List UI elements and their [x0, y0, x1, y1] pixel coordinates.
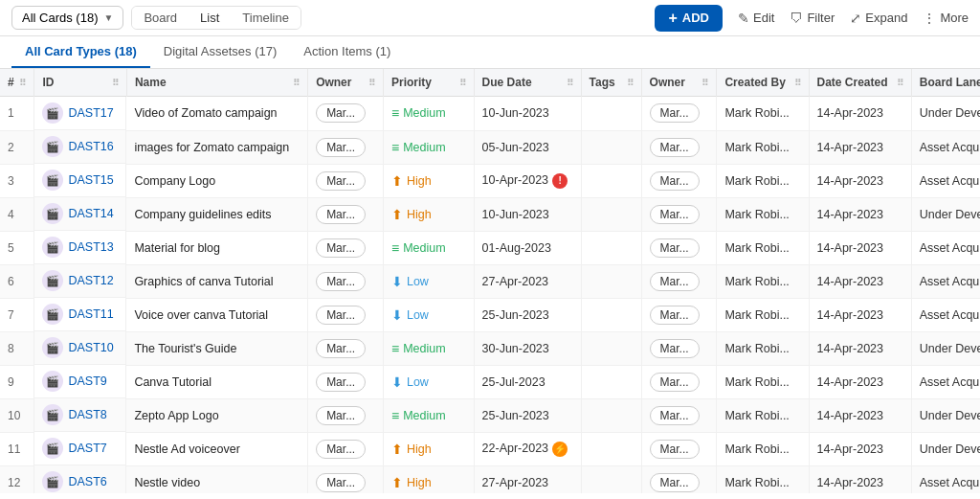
cell-priority: ⬇ Low: [383, 264, 474, 298]
owner1-button[interactable]: Mar...: [316, 373, 366, 392]
cell-board-lane: Under Develo...: [911, 432, 980, 465]
subtab-action-items[interactable]: Action Items (1): [290, 36, 404, 68]
owner1-button[interactable]: Mar...: [316, 272, 366, 291]
cell-num: 6: [0, 264, 34, 298]
cell-tags: [581, 164, 641, 197]
cell-board-lane: Under Develo...: [911, 398, 980, 432]
owner1-button[interactable]: Mar...: [316, 440, 366, 459]
top-bar-right: + ADD ✎ Edit ⛉ Filter ⤢ Expand ⋮ More: [655, 5, 969, 32]
cell-id: DAST13: [68, 240, 113, 254]
all-cards-dropdown[interactable]: All Cards (18) ▼: [11, 6, 123, 30]
cell-priority: ≡ Medium: [383, 130, 474, 164]
cell-tags: [581, 365, 641, 398]
cell-name: Voice over canva Tutorial: [126, 298, 307, 331]
cell-duedate: 30-Jun-2023: [474, 331, 581, 365]
cell-date-created: 14-Apr-2023: [809, 398, 911, 432]
tab-board[interactable]: Board: [132, 7, 189, 29]
owner1-button[interactable]: Mar...: [316, 339, 366, 358]
priority-high-icon: ⬆: [391, 173, 403, 189]
owner2-button[interactable]: Mar...: [650, 406, 700, 425]
priority-label: Low: [407, 275, 429, 288]
cell-tags: [581, 264, 641, 298]
cell-board-lane: Asset Acquisiti...: [911, 231, 980, 264]
card-type-icon: 🎬: [42, 438, 63, 459]
priority-medium-icon: ≡: [391, 105, 399, 121]
cell-num: 9: [0, 365, 34, 398]
owner2-button[interactable]: Mar...: [650, 205, 700, 224]
owner1-button[interactable]: Mar...: [316, 171, 366, 191]
edit-icon: ✎: [738, 11, 749, 26]
cell-icon-id: 🎬 DAST7: [34, 432, 126, 465]
more-button[interactable]: ⋮ More: [923, 11, 969, 26]
tab-timeline[interactable]: Timeline: [231, 7, 301, 29]
table-row: 2 🎬 DAST16 images for Zomato campaign Ma…: [0, 130, 980, 164]
cell-name: Zepto App Logo: [126, 398, 307, 432]
owner1-button[interactable]: Mar...: [316, 473, 366, 492]
owner2-button[interactable]: Mar...: [650, 473, 700, 492]
tab-list[interactable]: List: [189, 7, 231, 29]
expand-button[interactable]: ⤢ Expand: [850, 11, 907, 26]
cell-owner2: Mar...: [641, 197, 717, 231]
owner2-button[interactable]: Mar...: [650, 373, 700, 392]
owner1-button[interactable]: Mar...: [316, 205, 366, 224]
table-row: 9 🎬 DAST9 Canva Tutorial Mar... ⬇ Low 25…: [0, 365, 980, 398]
priority-label: Low: [407, 308, 429, 322]
priority-label: Medium: [403, 141, 445, 154]
priority-high-icon: ⬆: [391, 475, 403, 490]
owner1-button[interactable]: Mar...: [316, 103, 366, 123]
cell-id: DAST6: [68, 475, 106, 488]
cell-board-lane: Asset Acquisiti...: [911, 298, 980, 331]
cell-num: 10: [0, 398, 34, 432]
cell-date-created: 14-Apr-2023: [809, 264, 911, 298]
owner2-button[interactable]: Mar...: [650, 440, 700, 459]
table-container: #⠿ ID⠿ Name⠿ Owner⠿ Priority⠿ Due Date⠿ …: [0, 69, 980, 493]
priority-label: High: [407, 476, 432, 489]
col-owner2: Owner⠿: [641, 69, 717, 97]
cell-id: DAST12: [68, 274, 113, 287]
owner2-button[interactable]: Mar...: [650, 306, 700, 325]
cell-owner2: Mar...: [641, 264, 717, 298]
cell-date-created: 14-Apr-2023: [809, 231, 911, 264]
table-row: 3 🎬 DAST15 Company Logo Mar... ⬆ High 10…: [0, 164, 980, 197]
owner2-button[interactable]: Mar...: [650, 138, 700, 157]
priority-high-icon: ⬆: [391, 207, 403, 222]
owner1-button[interactable]: Mar...: [316, 138, 366, 157]
owner2-button[interactable]: Mar...: [650, 339, 700, 358]
cell-icon-id: 🎬 DAST12: [34, 264, 126, 298]
add-button[interactable]: + ADD: [655, 5, 723, 32]
cell-tags: [581, 298, 641, 331]
cell-date-created: 14-Apr-2023: [809, 365, 911, 398]
owner2-button[interactable]: Mar...: [650, 272, 700, 291]
owner2-button[interactable]: Mar...: [650, 238, 700, 258]
priority-label: Low: [407, 375, 429, 389]
owner2-button[interactable]: Mar...: [650, 103, 700, 123]
cell-board-lane: Under Develo...: [911, 197, 980, 231]
cell-created-by: Mark Robi...: [717, 264, 809, 298]
owner1-button[interactable]: Mar...: [316, 406, 366, 425]
subtab-all-card-types[interactable]: All Card Types (18): [11, 36, 150, 68]
cell-tags: [581, 197, 641, 231]
priority-label: High: [407, 174, 432, 188]
priority-label: High: [407, 442, 432, 456]
priority-label: Medium: [403, 409, 445, 422]
cell-num: 7: [0, 298, 34, 331]
cell-priority: ⬆ High: [383, 432, 474, 465]
filter-button[interactable]: ⛉ Filter: [790, 11, 835, 26]
owner1-button[interactable]: Mar...: [316, 306, 366, 325]
cell-icon-id: 🎬 DAST15: [34, 164, 126, 197]
cell-icon-id: 🎬 DAST10: [34, 331, 126, 365]
subtab-digital-assets[interactable]: Digital Assetses (17): [150, 36, 291, 68]
owner2-button[interactable]: Mar...: [650, 171, 700, 191]
cell-name: Graphics of canva Tutorial: [126, 264, 307, 298]
cell-created-by: Mark Robi...: [717, 231, 809, 264]
owner1-button[interactable]: Mar...: [316, 238, 366, 258]
cell-duedate: 01-Aug-2023: [474, 231, 581, 264]
col-date-created: Date Created⠿: [809, 69, 911, 97]
cell-owner1: Mar...: [308, 97, 384, 131]
cell-num: 8: [0, 331, 34, 365]
table-row: 10 🎬 DAST8 Zepto App Logo Mar... ≡ Mediu…: [0, 398, 980, 432]
edit-button[interactable]: ✎ Edit: [738, 11, 774, 26]
top-bar: All Cards (18) ▼ Board List Timeline + A…: [0, 0, 980, 36]
cell-name: images for Zomato campaign: [126, 130, 307, 164]
cell-owner1: Mar...: [308, 130, 384, 164]
